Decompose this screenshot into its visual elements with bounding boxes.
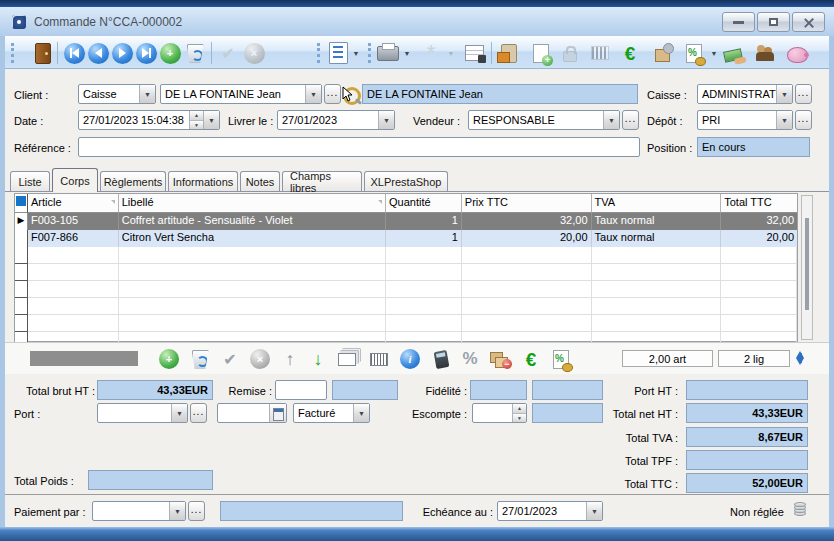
echeance-combo[interactable]: 27/01/2023 ▼ <box>497 501 603 521</box>
print-dropdown[interactable]: ▼ <box>401 41 413 65</box>
minimize-button[interactable] <box>722 12 755 32</box>
empty-row[interactable] <box>15 247 797 264</box>
customers-button[interactable] <box>753 41 777 65</box>
livrer-combo[interactable]: 27/01/2023 ▼ <box>277 110 395 130</box>
settings-box-button[interactable] <box>650 41 674 65</box>
reference-input[interactable] <box>78 137 640 157</box>
chevron-down-icon[interactable]: ▼ <box>776 111 792 129</box>
print-button[interactable] <box>376 41 400 65</box>
title-bar[interactable]: Commande N°CCA-000002 <box>0 7 834 36</box>
chevron-down-icon[interactable]: ▼ <box>776 85 792 103</box>
new-document-button[interactable]: + <box>529 41 553 65</box>
vendeur-browse-button[interactable]: ... <box>622 110 639 130</box>
table-scrollbar[interactable] <box>801 195 813 340</box>
depot-combo[interactable]: PRI ▼ <box>697 110 793 130</box>
paiement-browse-button[interactable]: ... <box>188 501 205 521</box>
remove-stock-button[interactable]: − <box>487 347 511 371</box>
empty-row[interactable] <box>15 281 797 298</box>
calculator-button[interactable] <box>429 347 453 371</box>
spin-up-icon[interactable]: ▲ <box>513 404 526 414</box>
move-down-button[interactable]: ↓ <box>306 347 330 371</box>
tab-informations[interactable]: Informations <box>168 171 238 191</box>
tab-notes[interactable]: Notes <box>240 171 280 191</box>
chevron-down-icon[interactable]: ▼ <box>378 111 394 129</box>
chevron-down-icon[interactable]: ▼ <box>586 502 602 520</box>
add-line-button[interactable]: + <box>157 347 181 371</box>
resize-grid-button[interactable] <box>795 347 806 369</box>
escompte-spinner[interactable]: ▲▼ <box>512 404 526 422</box>
header-total-ttc[interactable]: Total TTC <box>721 194 797 213</box>
header-tva[interactable]: TVA <box>592 194 722 213</box>
previous-record-button[interactable] <box>86 41 110 65</box>
caisse-combo[interactable]: ADMINISTRATE ▼ <box>697 84 793 104</box>
toolbar-grip[interactable] <box>317 43 323 63</box>
toolbar-grip[interactable] <box>11 43 17 63</box>
header-article[interactable]: Article <box>28 194 119 213</box>
tab-liste[interactable]: Liste <box>10 171 50 191</box>
info-button[interactable]: i <box>398 347 422 371</box>
chevron-down-icon[interactable]: ▼ <box>203 111 219 129</box>
exit-button[interactable] <box>31 41 55 65</box>
discount-button[interactable]: % <box>458 347 482 371</box>
client-browse-button[interactable]: ... <box>324 84 341 104</box>
paiement-combo[interactable]: ▼ <box>92 501 186 521</box>
spin-down-icon[interactable]: ▼ <box>513 414 526 423</box>
export-grid-button[interactable] <box>462 41 486 65</box>
cancel-line-button[interactable]: × <box>248 347 272 371</box>
calculator-icon[interactable] <box>269 404 286 422</box>
single-scan-button[interactable] <box>367 347 391 371</box>
table-row[interactable]: F007-866 Citron Vert Sencha 1 20,00 Taux… <box>15 230 797 247</box>
scrollbar-thumb[interactable] <box>805 218 809 310</box>
delete-line-button[interactable] <box>188 347 212 371</box>
document-list-dropdown[interactable]: ▼ <box>350 41 362 65</box>
tab-champs-libres[interactable]: Champs libres <box>282 171 362 191</box>
chevron-down-icon[interactable]: ▼ <box>169 502 185 520</box>
vendeur-combo[interactable]: RESPONSABLE ▼ <box>468 110 620 130</box>
close-button[interactable] <box>792 12 825 32</box>
escompte-input[interactable]: ▲▼ <box>472 403 527 423</box>
empty-row[interactable] <box>15 315 797 332</box>
chevron-down-icon[interactable]: ▼ <box>603 111 619 129</box>
date-spinner[interactable]: ▲▼ <box>189 111 203 129</box>
discount-dropdown[interactable]: ▼ <box>708 41 720 65</box>
chevron-down-icon[interactable]: ▼ <box>139 85 155 103</box>
next-record-button[interactable] <box>110 41 134 65</box>
client-name-combo[interactable]: DE LA FONTAINE Jean ▼ <box>160 84 322 104</box>
chevron-down-icon[interactable]: ▼ <box>353 404 369 422</box>
tab-reglements[interactable]: Règlements <box>100 171 166 191</box>
header-prix-ttc[interactable]: Prix TTC <box>462 194 592 213</box>
line-discount-doc-button[interactable]: % <box>549 347 573 371</box>
port-browse-button[interactable]: ... <box>190 403 207 423</box>
empty-row[interactable] <box>15 298 797 315</box>
empty-row[interactable] <box>15 264 797 281</box>
discount-doc-button[interactable]: % <box>682 41 706 65</box>
add-record-button[interactable]: + <box>158 41 182 65</box>
delete-record-button[interactable] <box>183 41 207 65</box>
table-row[interactable]: ▶ F003-105 Coffret artitude - Sensualité… <box>15 213 797 230</box>
savings-button[interactable] <box>785 41 809 65</box>
payment-button[interactable] <box>721 41 745 65</box>
stock-order-button[interactable] <box>497 41 521 65</box>
restore-button[interactable] <box>757 12 790 32</box>
facture-combo[interactable]: Facturé ▼ <box>293 403 370 423</box>
caisse-browse-button[interactable]: ... <box>795 84 812 104</box>
spin-down-icon[interactable]: ▼ <box>190 121 203 130</box>
chevron-down-icon[interactable]: ▼ <box>305 85 321 103</box>
tab-corps[interactable]: Corps <box>52 168 98 192</box>
toolbar-grip[interactable] <box>368 43 374 63</box>
move-up-button[interactable]: ↑ <box>278 347 302 371</box>
price-line-button[interactable]: € <box>519 347 543 371</box>
port-amount-input[interactable] <box>217 403 287 423</box>
remise-input[interactable] <box>275 380 327 400</box>
port-combo[interactable]: ▼ <box>97 403 188 423</box>
date-combo[interactable]: 27/01/2023 15:04:38 ▲▼ ▼ <box>78 110 220 130</box>
header-quantite[interactable]: Quantité <box>386 194 462 213</box>
price-button[interactable]: € <box>618 41 642 65</box>
document-list-button[interactable] <box>326 41 350 65</box>
last-record-button[interactable] <box>134 41 158 65</box>
spin-up-icon[interactable]: ▲ <box>190 111 203 121</box>
header-libelle[interactable]: Libellé <box>119 194 386 213</box>
first-record-button[interactable] <box>62 41 86 65</box>
validate-line-button[interactable]: ✔ <box>218 347 242 371</box>
client-type-combo[interactable]: Caisse ▼ <box>78 84 156 104</box>
